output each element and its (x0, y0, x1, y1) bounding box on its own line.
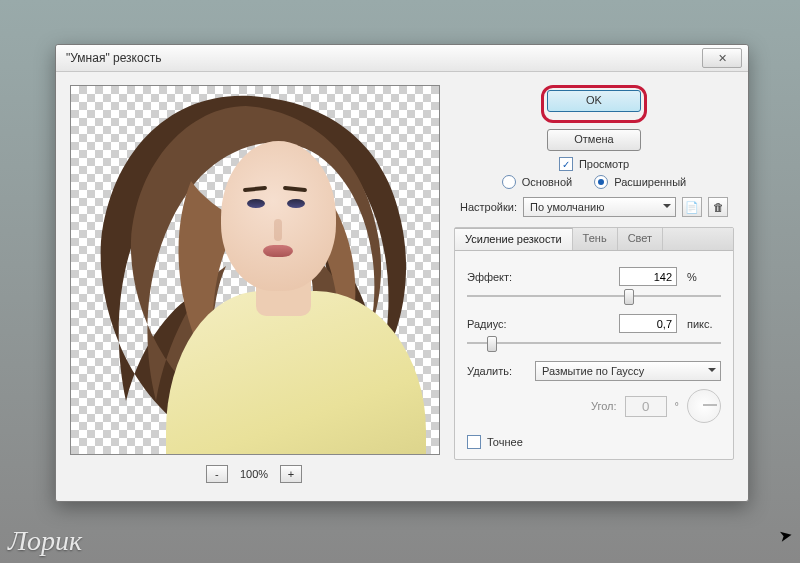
tab-bar: Усиление резкости Тень Свет (455, 228, 733, 251)
tab-sharpen[interactable]: Усиление резкости (455, 228, 573, 250)
close-button[interactable]: ✕ (702, 48, 742, 68)
face-shape (221, 141, 336, 291)
radius-label: Радиус: (467, 318, 525, 330)
titlebar[interactable]: "Умная" резкость ✕ (56, 45, 748, 72)
mode-basic-radio[interactable] (502, 175, 516, 189)
angle-unit: ° (675, 400, 679, 412)
radius-input[interactable] (619, 314, 677, 333)
radius-unit: пикс. (687, 318, 721, 330)
watermark: Лорик (8, 525, 82, 557)
portrait-image (71, 86, 439, 454)
preview-label: Просмотр (579, 158, 629, 170)
cursor-icon: ➤ (777, 525, 793, 546)
zoom-out-button[interactable]: - (206, 465, 228, 483)
remove-value: Размытие по Гауссу (542, 365, 644, 377)
mode-basic-label: Основной (522, 176, 572, 188)
preview-checkbox[interactable]: ✓ (559, 157, 573, 171)
cancel-button[interactable]: Отмена (547, 129, 641, 151)
desktop: "Умная" резкость ✕ (0, 0, 800, 563)
amount-label: Эффект: (467, 271, 525, 283)
angle-input (625, 396, 667, 417)
angle-row: Угол: ° (467, 389, 721, 423)
image-preview[interactable] (70, 85, 440, 455)
save-icon: 📄 (685, 201, 699, 214)
tab-pane: Эффект: % Радиус: пикс. (455, 251, 733, 459)
zoom-in-button[interactable]: + (280, 465, 302, 483)
minus-icon: - (215, 468, 219, 480)
settings-value: По умолчанию (530, 201, 604, 213)
angle-label: Угол: (591, 400, 617, 412)
preview-toggle-row: ✓ Просмотр (454, 157, 734, 171)
save-preset-button[interactable]: 📄 (682, 197, 702, 217)
sharpen-group: Усиление резкости Тень Свет Эффект: % (454, 227, 734, 460)
tab-shadow[interactable]: Тень (573, 228, 618, 250)
ok-highlight: OK (541, 85, 647, 123)
remove-row: Удалить: Размытие по Гауссу (467, 361, 721, 381)
mode-advanced-label: Расширенный (614, 176, 686, 188)
tab-highlight[interactable]: Свет (618, 228, 663, 250)
amount-row: Эффект: % (467, 267, 721, 286)
zoom-value: 100% (240, 468, 268, 480)
window-title: "Умная" резкость (66, 45, 702, 71)
delete-preset-button[interactable]: 🗑 (708, 197, 728, 217)
settings-label: Настройки: (460, 201, 517, 213)
smart-sharpen-dialog: "Умная" резкость ✕ (55, 44, 749, 502)
mode-advanced-radio[interactable] (594, 175, 608, 189)
dialog-body: - 100% + OK Отмена ✓ Просмотр Основной (56, 71, 748, 501)
radius-slider[interactable] (467, 335, 721, 351)
ok-button[interactable]: OK (547, 90, 641, 112)
amount-slider[interactable] (467, 288, 721, 304)
zoom-controls: - 100% + (70, 463, 438, 485)
settings-select[interactable]: По умолчанию (523, 197, 676, 217)
amount-unit: % (687, 271, 721, 283)
mode-row: Основной Расширенный (454, 175, 734, 189)
close-icon: ✕ (718, 45, 727, 71)
accurate-checkbox[interactable]: ✓ (467, 435, 481, 449)
remove-select[interactable]: Размытие по Гауссу (535, 361, 721, 381)
plus-icon: + (288, 468, 294, 480)
controls-panel: OK Отмена ✓ Просмотр Основной Расширенны… (454, 85, 734, 460)
accurate-label: Точнее (487, 436, 523, 448)
radius-row: Радиус: пикс. (467, 314, 721, 333)
angle-dial (687, 389, 721, 423)
trash-icon: 🗑 (713, 201, 724, 213)
settings-row: Настройки: По умолчанию 📄 🗑 (454, 195, 734, 219)
remove-label: Удалить: (467, 365, 525, 377)
amount-input[interactable] (619, 267, 677, 286)
accurate-row: ✓ Точнее (467, 435, 721, 449)
